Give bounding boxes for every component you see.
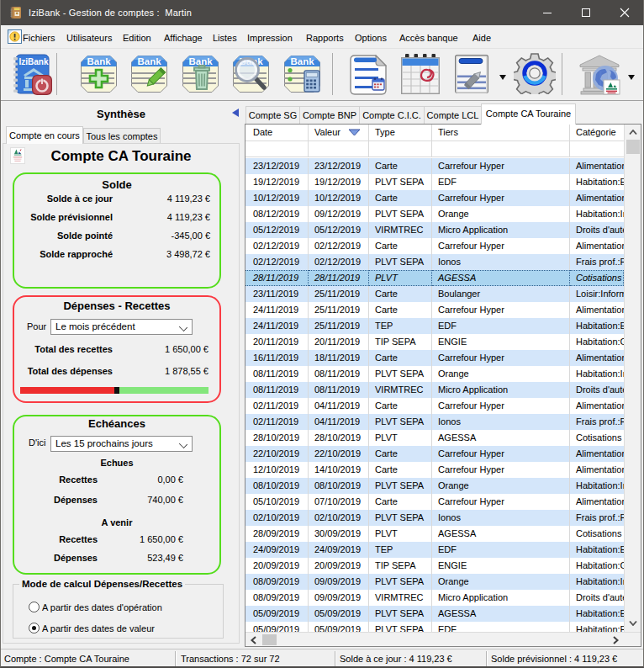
svg-text:Bank: Bank xyxy=(87,56,111,66)
svg-text:IziBank: IziBank xyxy=(18,57,48,66)
svg-text:Bank: Bank xyxy=(290,56,314,66)
svg-text:Bank: Bank xyxy=(137,56,161,66)
